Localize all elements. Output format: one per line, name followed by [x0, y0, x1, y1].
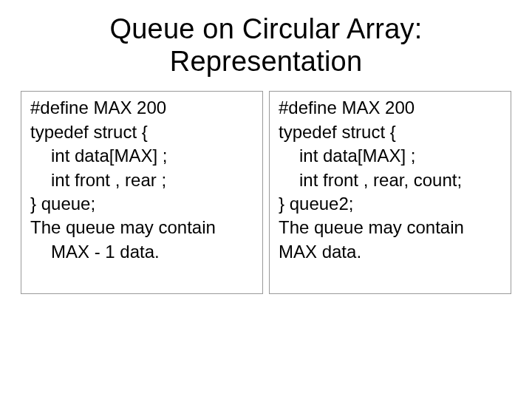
code-line: MAX - 1 data. — [30, 240, 253, 264]
code-line: int data[MAX] ; — [30, 144, 253, 168]
code-line: int front , rear, count; — [279, 168, 502, 192]
code-line: typedef struct { — [279, 120, 502, 144]
slide-title: Queue on Circular Array: Representation — [21, 13, 511, 78]
code-line: MAX data. — [279, 240, 502, 264]
slide: Queue on Circular Array: Representation … — [0, 0, 532, 399]
code-line: The queue may contain — [279, 216, 502, 239]
code-line: typedef struct { — [30, 120, 253, 144]
code-line: #define MAX 200 — [30, 96, 253, 120]
title-line-1: Queue on Circular Array: — [21, 13, 511, 46]
columns: #define MAX 200 typedef struct { int dat… — [21, 91, 511, 294]
code-box-left: #define MAX 200 typedef struct { int dat… — [21, 91, 263, 294]
code-line: #define MAX 200 — [279, 96, 502, 120]
code-box-right: #define MAX 200 typedef struct { int dat… — [269, 91, 511, 294]
title-line-2: Representation — [21, 46, 511, 78]
code-line: } queue2; — [279, 192, 502, 216]
code-line: The queue may contain — [30, 216, 253, 239]
code-line: int data[MAX] ; — [279, 144, 502, 168]
code-line: int front , rear ; — [30, 168, 253, 192]
code-line: } queue; — [30, 192, 253, 216]
